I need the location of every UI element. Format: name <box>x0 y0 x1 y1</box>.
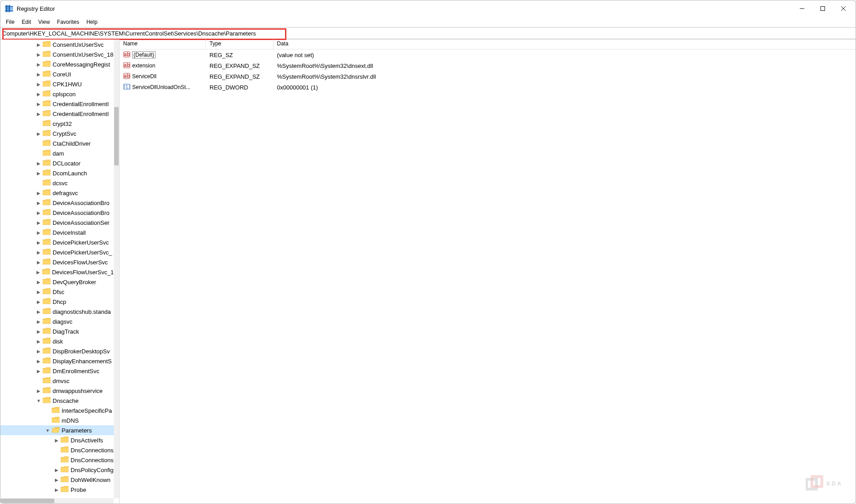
menu-help[interactable]: Help <box>83 18 101 26</box>
value-row[interactable]: abextensionREG_EXPAND_SZ%SystemRoot%\Sys… <box>120 60 856 71</box>
menu-file[interactable]: File <box>2 18 18 26</box>
chevron-right-icon[interactable]: ▶ <box>36 230 42 235</box>
tree-node[interactable]: ▶CryptSvc <box>0 129 114 138</box>
tree-node[interactable]: ▶Probe <box>0 485 114 495</box>
tree-node[interactable]: ▶DohWellKnown <box>0 475 114 485</box>
chevron-right-icon[interactable]: ▶ <box>36 220 42 225</box>
tree-node[interactable]: ▶DisplayEnhancementS <box>0 356 114 366</box>
chevron-right-icon[interactable]: ▶ <box>36 270 41 275</box>
menu-edit[interactable]: Edit <box>18 18 35 26</box>
chevron-right-icon[interactable]: ▶ <box>36 92 42 97</box>
tree-node[interactable]: ▼Dnscache <box>0 396 114 406</box>
chevron-right-icon[interactable]: ▶ <box>36 299 42 304</box>
menu-view[interactable]: View <box>35 18 54 26</box>
tree-node[interactable]: ▶DeviceAssociationSer <box>0 218 114 227</box>
chevron-right-icon[interactable]: ▶ <box>36 369 42 374</box>
tree-node[interactable]: ▶DeviceAssociationBro <box>0 208 114 218</box>
tree-node[interactable]: ▶DispBrokerDesktopSv <box>0 346 114 356</box>
chevron-right-icon[interactable]: ▶ <box>36 290 42 294</box>
tree-node[interactable]: ▶DCLocator <box>0 158 114 168</box>
chevron-right-icon[interactable]: ▶ <box>54 468 60 473</box>
scrollbar-thumb[interactable] <box>114 107 119 165</box>
tree-node[interactable]: ▶DevicesFlowUserSvc_1 <box>0 267 114 277</box>
tree-node[interactable]: DnsConnections <box>0 445 114 455</box>
tree-node[interactable]: crypt32 <box>0 119 114 129</box>
close-button[interactable] <box>833 1 854 16</box>
tree-node[interactable]: dcsvc <box>0 178 114 188</box>
chevron-right-icon[interactable]: ▶ <box>36 161 42 166</box>
tree-node[interactable]: ▶DnsActiveIfs <box>0 435 114 445</box>
tree-node[interactable]: ▶DiagTrack <box>0 326 114 336</box>
tree-node[interactable]: CtaChildDriver <box>0 138 114 148</box>
column-type[interactable]: Type <box>206 40 273 49</box>
chevron-right-icon[interactable]: ▶ <box>36 388 42 393</box>
chevron-right-icon[interactable]: ▶ <box>54 487 60 492</box>
tree-node[interactable]: ▶CredentialEnrollmentI <box>0 99 114 109</box>
chevron-right-icon[interactable]: ▶ <box>36 309 42 314</box>
tree-node[interactable]: ▶CPK1HWU <box>0 79 114 89</box>
chevron-right-icon[interactable]: ▶ <box>36 329 42 334</box>
tree-node[interactable]: ▶diagsvc <box>0 317 114 326</box>
chevron-right-icon[interactable]: ▶ <box>36 260 42 265</box>
tree-node[interactable]: ▶DcomLaunch <box>0 168 114 178</box>
tree-node[interactable]: ▶ConsentUxUserSvc_18 <box>0 49 114 59</box>
value-row[interactable]: ab(Default)REG_SZ(value not set) <box>120 49 856 60</box>
chevron-right-icon[interactable]: ▶ <box>36 42 42 47</box>
tree-node[interactable]: ▶DmEnrollmentSvc <box>0 366 114 376</box>
tree-node[interactable]: ▶DeviceInstall <box>0 227 114 237</box>
value-row[interactable]: abServiceDllREG_EXPAND_SZ%SystemRoot%\Sy… <box>120 71 856 82</box>
chevron-right-icon[interactable]: ▶ <box>36 250 42 255</box>
chevron-right-icon[interactable]: ▶ <box>36 359 42 364</box>
tree-node[interactable]: InterfaceSpecificPa <box>0 406 114 415</box>
tree-node[interactable]: ▶Dhcp <box>0 297 114 307</box>
chevron-right-icon[interactable]: ▶ <box>36 210 42 215</box>
scrollbar-thumb[interactable] <box>0 499 54 503</box>
chevron-right-icon[interactable]: ▶ <box>36 82 42 87</box>
chevron-right-icon[interactable]: ▶ <box>36 319 42 324</box>
chevron-right-icon[interactable]: ▶ <box>36 102 42 107</box>
chevron-right-icon[interactable]: ▶ <box>36 349 42 354</box>
chevron-down-icon[interactable]: ▼ <box>36 398 42 403</box>
menu-favorites[interactable]: Favorites <box>54 18 83 26</box>
chevron-right-icon[interactable]: ▶ <box>36 201 42 205</box>
maximize-button[interactable] <box>812 1 833 16</box>
tree-node[interactable]: ▶diagnosticshub.standa <box>0 307 114 317</box>
tree-node[interactable]: ▶defragsvc <box>0 188 114 198</box>
tree-node[interactable]: ▶DevQueryBroker <box>0 277 114 287</box>
tree-node[interactable]: ▶ConsentUxUserSvc <box>0 40 114 49</box>
chevron-right-icon[interactable]: ▶ <box>54 477 60 482</box>
value-row[interactable]: 011ServiceDllUnloadOnSt...REG_DWORD0x000… <box>120 82 856 93</box>
tree-node[interactable]: dam <box>0 148 114 158</box>
tree-node[interactable]: DnsConnections <box>0 455 114 465</box>
chevron-right-icon[interactable]: ▶ <box>36 171 42 176</box>
tree-node[interactable]: dmvsc <box>0 376 114 386</box>
chevron-right-icon[interactable]: ▶ <box>36 339 42 344</box>
tree-node[interactable]: ▶DevicesFlowUserSvc <box>0 257 114 267</box>
chevron-right-icon[interactable]: ▶ <box>36 131 42 136</box>
tree-node[interactable]: ▶cplspcon <box>0 89 114 99</box>
tree-node[interactable]: mDNS <box>0 415 114 425</box>
column-data[interactable]: Data <box>273 40 856 49</box>
chevron-down-icon[interactable]: ▼ <box>45 428 51 433</box>
chevron-right-icon[interactable]: ▶ <box>36 52 42 57</box>
tree-node[interactable]: ▶DeviceAssociationBro <box>0 198 114 208</box>
tree-node[interactable]: ▶Dfsc <box>0 287 114 297</box>
tree-vertical-scrollbar[interactable] <box>114 40 119 498</box>
address-input[interactable] <box>0 28 856 39</box>
tree-node[interactable]: ▶CoreMessagingRegist <box>0 59 114 69</box>
chevron-right-icon[interactable]: ▶ <box>36 280 42 285</box>
tree-node[interactable]: ▼Parameters <box>0 425 114 435</box>
minimize-button[interactable] <box>792 1 812 16</box>
tree-horizontal-scrollbar[interactable] <box>0 498 114 504</box>
tree-node[interactable]: ▶dmwappushservice <box>0 386 114 396</box>
tree-node[interactable]: ▶DnsPolicyConfig <box>0 465 114 475</box>
tree-node[interactable]: ▶DevicePickerUserSvc <box>0 237 114 247</box>
column-name[interactable]: Name <box>120 40 206 49</box>
chevron-right-icon[interactable]: ▶ <box>36 62 42 67</box>
tree-node[interactable]: ▶CoreUI <box>0 69 114 79</box>
chevron-right-icon[interactable]: ▶ <box>54 438 60 443</box>
chevron-right-icon[interactable]: ▶ <box>36 112 42 116</box>
chevron-right-icon[interactable]: ▶ <box>36 72 42 77</box>
tree-node[interactable]: ▶disk <box>0 336 114 346</box>
tree-node[interactable]: ▶DevicePickerUserSvc_ <box>0 247 114 257</box>
